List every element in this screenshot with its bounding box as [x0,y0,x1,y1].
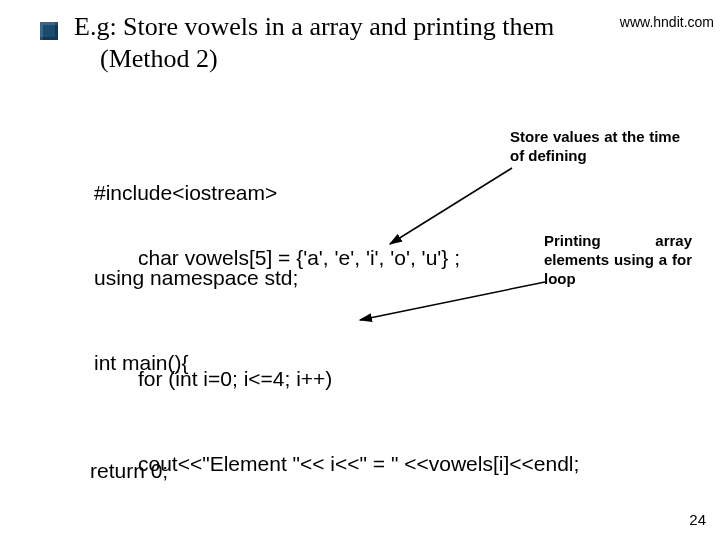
svg-line-1 [360,282,545,320]
slide: E.g: Store vowels in a array and printin… [0,0,720,540]
arrow-to-for-loop [0,0,720,540]
page-number: 24 [689,511,706,528]
